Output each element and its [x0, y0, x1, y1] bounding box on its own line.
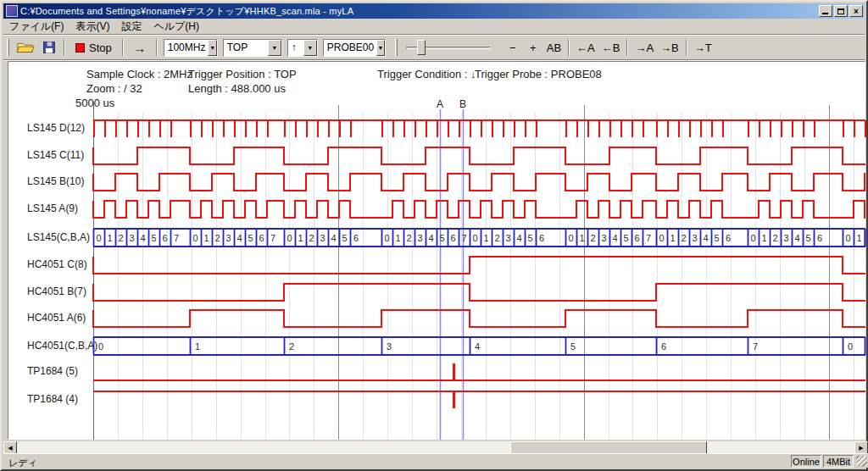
- info-trigger-probe: Trigger Probe : PROBE08: [475, 68, 602, 80]
- scroll-right-icon: ▶: [859, 445, 863, 452]
- menu-view[interactable]: 表示(V): [70, 18, 115, 36]
- channel-label-10: TP1684 (4): [27, 393, 95, 405]
- minimize-icon: [822, 13, 828, 14]
- open-folder-icon: [16, 40, 35, 55]
- waveform-panel[interactable]: [8, 61, 865, 440]
- set-marker-b-button[interactable]: →B: [657, 38, 682, 58]
- stop-icon: [75, 43, 85, 53]
- info-length: Length : 488.000 us: [188, 82, 286, 95]
- floppy-save-icon: [42, 40, 57, 55]
- menu-settings[interactable]: 設定: [115, 18, 147, 36]
- menu-help[interactable]: ヘルプ(H): [147, 18, 205, 36]
- channel-label-9: TP1684 (5): [27, 365, 95, 377]
- maximize-button[interactable]: [834, 5, 848, 17]
- maximize-icon: [837, 8, 844, 14]
- toolbar-grip[interactable]: [395, 39, 398, 56]
- ab-button[interactable]: AB: [543, 38, 565, 58]
- channel-label-8: HC4051(C,B,A): [27, 340, 95, 352]
- app-icon[interactable]: [6, 5, 18, 17]
- status-online: Online: [791, 455, 821, 468]
- scroll-left-icon: ◀: [8, 445, 12, 452]
- toolbar-separator: [122, 39, 124, 56]
- trigger-probe-value: PROBE00: [324, 40, 376, 56]
- channel-label-1: LS145 C(11): [27, 149, 95, 161]
- zoom-slider[interactable]: [406, 38, 491, 57]
- info-sample-clock: Sample Clock : 2MHz: [86, 68, 192, 80]
- channel-label-2: LS145 B(10): [27, 175, 95, 187]
- status-memory: 4MBit: [823, 455, 854, 468]
- zoom-in-button[interactable]: +: [523, 38, 543, 58]
- toolbar-separator: [686, 39, 687, 56]
- toolbar-separator: [626, 39, 628, 56]
- zoom-out-button[interactable]: −: [503, 38, 523, 58]
- zoom-slider-thumb[interactable]: [417, 40, 426, 55]
- channel-label-5: HC4051 C(8): [27, 258, 95, 270]
- menu-file[interactable]: ファイル(F): [3, 18, 70, 36]
- close-icon: ×: [854, 7, 859, 16]
- channel-label-0: LS145 D(12): [27, 122, 95, 134]
- sample-clock-value: 100MHz: [164, 40, 209, 56]
- dropdown-arrow-icon[interactable]: ▼: [208, 40, 216, 56]
- channel-label-4: LS145(C,B,A): [27, 231, 95, 243]
- window-title: C:¥Documents and Settings¥noname¥デスクトップ¥…: [20, 5, 817, 18]
- channel-label-3: LS145 A(9): [27, 202, 95, 214]
- info-trigger-position: Trigger Position : TOP: [188, 68, 297, 80]
- sample-clock-combo[interactable]: 100MHz ▼: [164, 39, 218, 57]
- dropdown-arrow-icon[interactable]: ▼: [376, 40, 385, 56]
- info-trigger-condition: Trigger Condition : ↓: [377, 68, 476, 80]
- toolbar-separator: [156, 39, 158, 56]
- stop-label: Stop: [89, 42, 112, 54]
- trigger-position-combo[interactable]: TOP ▼: [223, 39, 282, 57]
- dropdown-arrow-icon[interactable]: ▼: [268, 40, 281, 56]
- toolbar-separator: [64, 39, 65, 56]
- run-button[interactable]: →: [127, 38, 153, 58]
- close-button[interactable]: ×: [849, 5, 863, 17]
- dropdown-arrow-icon[interactable]: ▼: [303, 40, 317, 56]
- trigger-probe-combo[interactable]: PROBE00 ▼: [323, 39, 386, 57]
- minimize-button[interactable]: [819, 5, 832, 17]
- trigger-edge-combo[interactable]: ↑ ▼: [287, 39, 318, 57]
- trigger-position-value: TOP: [224, 40, 268, 56]
- menu-bar: ファイル(F) 表示(V) 設定 ヘルプ(H): [3, 19, 865, 35]
- toolbar-grip[interactable]: [7, 39, 9, 56]
- toolbar: Stop → 100MHz ▼ TOP ▼ ↑ ▼ PROBE00 ▼ − + …: [3, 36, 865, 60]
- trigger-edge-value: ↑: [288, 40, 303, 56]
- open-button[interactable]: [13, 38, 38, 58]
- toolbar-separator: [568, 39, 570, 56]
- channel-label-7: HC4051 A(6): [27, 312, 95, 324]
- app-window: C:¥Documents and Settings¥noname¥デスクトップ¥…: [0, 0, 868, 471]
- channel-label-6: HC4051 B(7): [27, 285, 95, 297]
- save-button[interactable]: [38, 38, 60, 58]
- time-division-label: 5000 us: [75, 97, 114, 109]
- goto-trigger-button[interactable]: →T: [691, 38, 715, 58]
- resize-grip-icon[interactable]: [856, 456, 867, 467]
- goto-marker-b-button[interactable]: ←B: [598, 38, 624, 58]
- set-marker-a-button[interactable]: →A: [632, 38, 657, 58]
- stop-button[interactable]: Stop: [69, 38, 119, 58]
- title-bar[interactable]: C:¥Documents and Settings¥noname¥デスクトップ¥…: [3, 3, 865, 19]
- goto-marker-a-button[interactable]: ←A: [573, 38, 598, 58]
- status-ready-text: レディ: [8, 457, 37, 469]
- status-bar: レディ Online 4MBit: [3, 453, 868, 468]
- info-zoom: Zoom : / 32: [86, 82, 142, 95]
